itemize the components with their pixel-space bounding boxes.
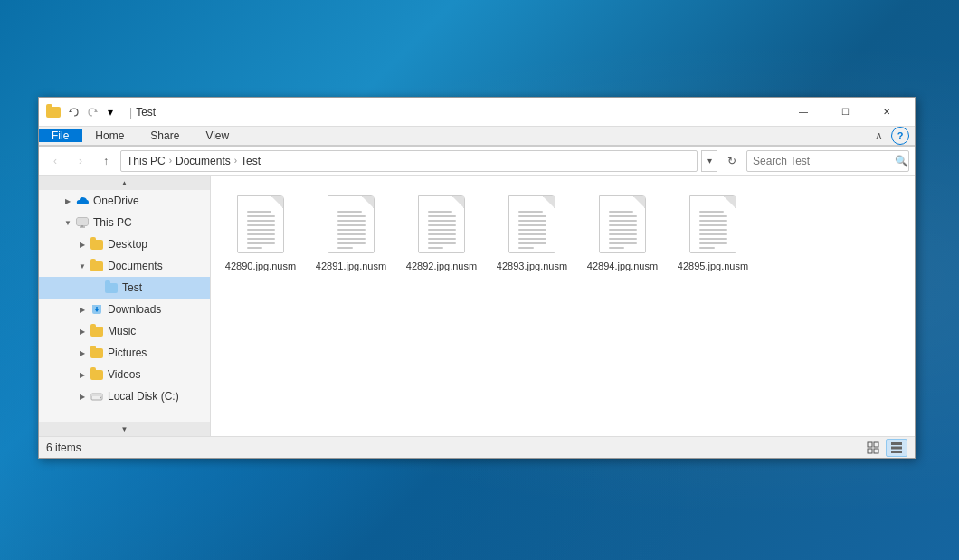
forward-button[interactable]: ›	[70, 150, 91, 172]
file-area: 42890.jpg.nusm 42891.jpg.nusm 42892.jpg.…	[211, 176, 915, 436]
expand-onedrive[interactable]: ▶	[61, 194, 75, 208]
expand-documents[interactable]: ▼	[75, 259, 90, 273]
sidebar-item-documents[interactable]: ▼ Documents	[39, 255, 210, 277]
expand-videos[interactable]: ▶	[75, 367, 90, 382]
expand-music[interactable]: ▶	[75, 324, 90, 338]
sidebar-label-downloads: Downloads	[108, 303, 161, 316]
sidebar-item-videos[interactable]: ▶ Videos	[39, 364, 210, 385]
file-name-4: 42894.jpg.nusm	[587, 261, 658, 272]
path-this-pc[interactable]: This PC	[127, 155, 166, 167]
window-controls: — ☐ ✕	[783, 98, 907, 127]
status-bar: 6 items	[39, 436, 915, 458]
view-list-button[interactable]	[886, 439, 907, 457]
help-button[interactable]: ?	[891, 127, 909, 145]
sidebar-label-test: Test	[122, 281, 142, 294]
address-path[interactable]: This PC › Documents › Test	[120, 150, 698, 172]
ribbon: File Home Share View ∧ ?	[39, 127, 915, 147]
quick-access-dropdown[interactable]: ▾	[102, 104, 119, 120]
pictures-icon	[90, 346, 104, 360]
view-buttons	[862, 439, 907, 457]
file-icon-3	[505, 192, 559, 257]
sidebar-scroll-down[interactable]: ▼	[39, 422, 210, 436]
search-input[interactable]	[747, 155, 894, 167]
pc-icon	[75, 215, 90, 230]
music-icon	[90, 324, 104, 338]
title-separator: |	[129, 106, 132, 119]
sidebar-item-desktop[interactable]: ▶ Desktop	[39, 233, 210, 255]
path-test[interactable]: Test	[241, 155, 261, 167]
file-item[interactable]: 42895.jpg.nusm	[672, 185, 754, 280]
sidebar-scroll-up[interactable]: ▲	[39, 176, 210, 190]
search-button[interactable]: 🔍	[894, 150, 908, 172]
expand-pictures[interactable]: ▶	[75, 346, 90, 360]
title-bar: ▾ | Test — ☐ ✕	[39, 98, 915, 127]
view-tiles-button[interactable]	[862, 439, 884, 457]
file-item[interactable]: 42891.jpg.nusm	[310, 185, 392, 280]
documents-folder-icon	[90, 259, 104, 273]
tab-view[interactable]: View	[193, 129, 242, 142]
undo-button[interactable]	[66, 104, 82, 120]
svg-rect-13	[868, 449, 872, 453]
sidebar-item-this-pc[interactable]: ▼ This PC	[39, 212, 210, 233]
expand-test[interactable]	[90, 280, 104, 295]
svg-rect-12	[874, 442, 878, 447]
up-button[interactable]: ↑	[95, 150, 117, 172]
sidebar-item-local-disk[interactable]: ▶ Local Disk (C:)	[39, 385, 210, 407]
sidebar-label-this-pc: This PC	[93, 216, 132, 229]
minimize-button[interactable]: —	[783, 98, 824, 127]
file-item[interactable]: 42894.jpg.nusm	[582, 185, 663, 280]
ribbon-collapse-button[interactable]: ∧	[869, 127, 888, 145]
svg-rect-16	[891, 446, 902, 449]
desktop-folder-icon	[90, 237, 104, 252]
svg-point-10	[100, 397, 101, 399]
back-button[interactable]: ‹	[44, 150, 66, 172]
search-box: 🔍	[746, 150, 909, 172]
file-item[interactable]: 42893.jpg.nusm	[491, 185, 573, 280]
sidebar-label-onedrive: OneDrive	[93, 195, 139, 207]
tab-share[interactable]: Share	[138, 129, 193, 142]
tab-home[interactable]: Home	[82, 129, 138, 142]
downloads-icon	[90, 302, 104, 317]
sidebar: ▲ ▶ OneDrive ▼ This PC	[39, 176, 211, 436]
sidebar-item-downloads[interactable]: ▶ Downloads	[39, 299, 210, 320]
file-name-2: 42892.jpg.nusm	[406, 261, 477, 272]
expand-this-pc[interactable]: ▼	[61, 215, 75, 230]
file-icon-4	[595, 192, 650, 257]
file-icon-1	[324, 192, 378, 257]
sidebar-label-desktop: Desktop	[108, 238, 147, 251]
sidebar-label-documents: Documents	[108, 260, 163, 272]
svg-rect-17	[891, 451, 902, 453]
sidebar-item-onedrive[interactable]: ▶ OneDrive	[39, 190, 210, 212]
test-folder-icon	[104, 280, 119, 295]
sidebar-label-local-disk: Local Disk (C:)	[108, 390, 179, 403]
address-dropdown[interactable]: ▾	[701, 150, 717, 172]
file-item[interactable]: 42892.jpg.nusm	[401, 185, 482, 280]
redo-button[interactable]	[84, 104, 100, 120]
svg-rect-14	[874, 449, 878, 453]
expand-desktop[interactable]: ▶	[75, 237, 90, 252]
file-name-1: 42891.jpg.nusm	[316, 261, 386, 272]
sidebar-item-test[interactable]: Test	[39, 277, 210, 299]
tab-file[interactable]: File	[39, 129, 82, 142]
expand-downloads[interactable]: ▶	[75, 302, 90, 317]
sidebar-label-pictures: Pictures	[108, 346, 147, 359]
videos-icon	[90, 367, 104, 382]
onedrive-icon	[75, 194, 90, 208]
svg-rect-9	[91, 394, 102, 396]
file-icon-0	[233, 192, 288, 257]
quick-access-toolbar: ▾	[66, 104, 119, 120]
file-icon-5	[686, 192, 740, 257]
sidebar-label-music: Music	[108, 325, 136, 337]
close-button[interactable]: ✕	[866, 98, 907, 127]
file-icon-2	[414, 192, 469, 257]
path-documents[interactable]: Documents	[176, 155, 231, 167]
sidebar-content: ▶ OneDrive ▼ This PC ▶	[39, 190, 210, 422]
expand-local-disk[interactable]: ▶	[75, 389, 90, 403]
file-item[interactable]: 42890.jpg.nusm	[220, 185, 301, 280]
main-content: ▲ ▶ OneDrive ▼ This PC	[39, 176, 915, 436]
maximize-button[interactable]: ☐	[824, 98, 866, 127]
window-title: Test	[136, 106, 783, 119]
sidebar-item-pictures[interactable]: ▶ Pictures	[39, 342, 210, 364]
sidebar-item-music[interactable]: ▶ Music	[39, 320, 210, 342]
refresh-button[interactable]: ↻	[721, 150, 743, 172]
